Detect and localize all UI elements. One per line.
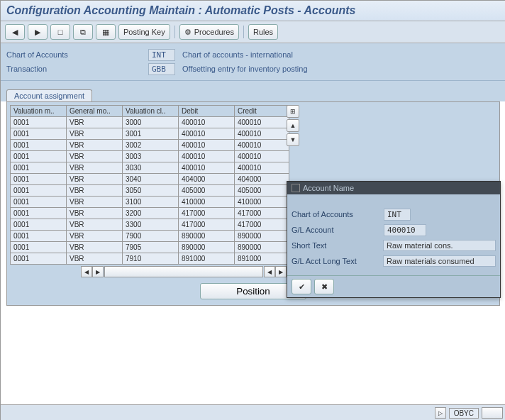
paste-button[interactable]: ▦ xyxy=(96,24,116,40)
table-cell[interactable]: 405000 xyxy=(179,185,235,197)
table-cell[interactable]: 891000 xyxy=(235,253,289,265)
table-cell[interactable]: 3003 xyxy=(123,151,179,162)
table-cell[interactable]: 0001 xyxy=(11,140,67,151)
table-cell[interactable]: 3050 xyxy=(123,185,179,197)
nav-back-button[interactable]: ◀ xyxy=(5,24,25,40)
nav-forward-button[interactable]: ▶ xyxy=(28,24,48,40)
copy-button[interactable]: ⧉ xyxy=(73,24,93,40)
table-cell[interactable]: 890000 xyxy=(235,242,289,253)
table-cell[interactable]: 7900 xyxy=(123,231,179,242)
table-cell[interactable]: 404000 xyxy=(235,174,289,185)
table-cell[interactable]: 400010 xyxy=(179,128,235,140)
table-row[interactable]: 0001VBR3000400010400010 xyxy=(11,117,289,128)
table-cell[interactable]: VBR xyxy=(67,208,123,219)
table-row[interactable]: 0001VBR7905890000890000 xyxy=(11,242,289,253)
table-cell[interactable]: 0001 xyxy=(11,162,67,174)
table-row[interactable]: 0001VBR7900890000890000 xyxy=(11,231,289,242)
table-cell[interactable]: 3200 xyxy=(123,208,179,219)
table-row[interactable]: 0001VBR3100410000410000 xyxy=(11,197,289,208)
scroll-up-button[interactable]: ▲ xyxy=(287,119,299,132)
assignment-table[interactable]: Valuation m.. General mo.. Valuation cl.… xyxy=(10,105,289,265)
table-cell[interactable]: VBR xyxy=(67,231,123,242)
procedures-button[interactable]: ⚙Procedures xyxy=(179,24,239,40)
table-cell[interactable]: VBR xyxy=(67,128,123,140)
table-row[interactable]: 0001VBR3300417000417000 xyxy=(11,219,289,231)
table-cell[interactable]: 404000 xyxy=(179,174,235,185)
rules-button[interactable]: Rules xyxy=(248,24,278,40)
popup-cancel-button[interactable]: ✖ xyxy=(314,279,334,294)
table-cell[interactable]: 417000 xyxy=(235,219,289,231)
table-cell[interactable]: 400010 xyxy=(235,117,289,128)
table-cell[interactable]: VBR xyxy=(67,140,123,151)
table-cell[interactable]: VBR xyxy=(67,185,123,197)
status-extra-button[interactable] xyxy=(482,407,503,419)
table-cell[interactable]: 410000 xyxy=(235,197,289,208)
table-cell[interactable]: 0001 xyxy=(11,219,67,231)
table-cell[interactable]: 3100 xyxy=(123,197,179,208)
table-cell[interactable]: VBR xyxy=(67,151,123,162)
scroll-down-button[interactable]: ▼ xyxy=(287,133,299,146)
page-next-button[interactable]: ▶ xyxy=(92,266,104,277)
table-cell[interactable]: 890000 xyxy=(235,231,289,242)
table-cell[interactable]: 891000 xyxy=(179,253,235,265)
table-cell[interactable]: 400010 xyxy=(235,151,289,162)
table-cell[interactable]: 417000 xyxy=(179,208,235,219)
table-cell[interactable]: 0001 xyxy=(11,197,67,208)
table-cell[interactable]: 3030 xyxy=(123,162,179,174)
table-config-button[interactable]: ⊞ xyxy=(287,105,299,118)
table-cell[interactable]: 0001 xyxy=(11,185,67,197)
table-cell[interactable]: VBR xyxy=(67,219,123,231)
posting-key-button[interactable]: Posting Key xyxy=(118,24,170,40)
table-row[interactable]: 0001VBR3040404000404000 xyxy=(11,174,289,185)
table-cell[interactable]: VBR xyxy=(67,174,123,185)
table-cell[interactable]: VBR xyxy=(67,197,123,208)
table-cell[interactable]: 400010 xyxy=(179,140,235,151)
col-credit[interactable]: Credit xyxy=(235,106,289,117)
table-row[interactable]: 0001VBR3001400010400010 xyxy=(11,128,289,140)
table-cell[interactable]: VBR xyxy=(67,242,123,253)
table-cell[interactable]: 405000 xyxy=(235,185,289,197)
table-cell[interactable]: 400010 xyxy=(235,128,289,140)
table-cell[interactable]: 400010 xyxy=(179,117,235,128)
table-row[interactable]: 0001VBR3003400010400010 xyxy=(11,151,289,162)
table-cell[interactable]: 0001 xyxy=(11,231,67,242)
col-valuation-class[interactable]: Valuation cl.. xyxy=(123,106,179,117)
table-cell[interactable]: 7905 xyxy=(123,242,179,253)
table-cell[interactable]: 0001 xyxy=(11,128,67,140)
table-cell[interactable]: 400010 xyxy=(235,140,289,151)
col-general-modif[interactable]: General mo.. xyxy=(67,106,123,117)
tab-account-assignment[interactable]: Account assignment xyxy=(6,89,92,101)
page-next-button-right[interactable]: ▶ xyxy=(275,266,287,277)
table-cell[interactable]: 400010 xyxy=(235,162,289,174)
table-cell[interactable]: 0001 xyxy=(11,151,67,162)
table-cell[interactable]: 3002 xyxy=(123,140,179,151)
table-cell[interactable]: 400010 xyxy=(179,162,235,174)
table-row[interactable]: 0001VBR3030400010400010 xyxy=(11,162,289,174)
table-cell[interactable]: 3040 xyxy=(123,174,179,185)
table-cell[interactable]: 890000 xyxy=(179,231,235,242)
col-valuation-modif[interactable]: Valuation m.. xyxy=(11,106,67,117)
page-prev-button[interactable]: ◀ xyxy=(81,266,92,277)
table-cell[interactable]: 890000 xyxy=(179,242,235,253)
table-row[interactable]: 0001VBR3200417000417000 xyxy=(11,208,289,219)
table-cell[interactable]: 417000 xyxy=(179,219,235,231)
page-prev-button-right[interactable]: ◀ xyxy=(264,266,275,277)
table-row[interactable]: 0001VBR3050405000405000 xyxy=(11,185,289,197)
table-cell[interactable]: 0001 xyxy=(11,117,67,128)
table-cell[interactable]: VBR xyxy=(67,162,123,174)
table-cell[interactable]: 0001 xyxy=(11,174,67,185)
table-cell[interactable]: 417000 xyxy=(235,208,289,219)
table-cell[interactable]: VBR xyxy=(67,117,123,128)
col-debit[interactable]: Debit xyxy=(179,106,235,117)
scroll-track[interactable] xyxy=(104,266,263,277)
table-cell[interactable]: 0001 xyxy=(11,253,67,265)
table-cell[interactable]: VBR xyxy=(67,253,123,265)
table-cell[interactable]: 3000 xyxy=(123,117,179,128)
table-cell[interactable]: 0001 xyxy=(11,208,67,219)
table-cell[interactable]: 3001 xyxy=(123,128,179,140)
table-cell[interactable]: 0001 xyxy=(11,242,67,253)
table-cell[interactable]: 410000 xyxy=(179,197,235,208)
popup-roll-icon[interactable] xyxy=(292,184,300,192)
table-row[interactable]: 0001VBR3002400010400010 xyxy=(11,140,289,151)
table-cell[interactable]: 3300 xyxy=(123,219,179,231)
